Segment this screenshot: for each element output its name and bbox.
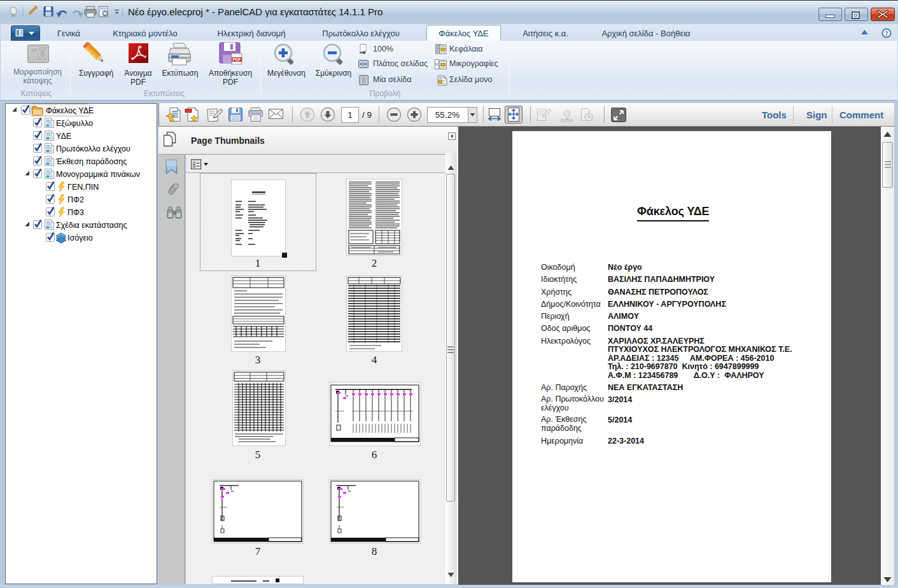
svg-text:ΠΦ3: ΠΦ3 <box>67 208 84 217</box>
svg-text:Έκθεση παράδοσης: Έκθεση παράδοσης <box>55 157 127 166</box>
svg-text:1: 1 <box>347 110 353 120</box>
svg-text:Εξώφυλλο: Εξώφυλλο <box>56 119 93 128</box>
svg-text:ΓΕΝ.ΠΙΝ: ΓΕΝ.ΠΙΝ <box>67 183 99 192</box>
svg-text:Ισόγειο: Ισόγειο <box>67 234 93 242</box>
svg-text:ΠΦ2: ΠΦ2 <box>67 195 84 204</box>
svg-text:PDF: PDF <box>233 57 241 62</box>
svg-text:Σχέδια εκατάστασης: Σχέδια εκατάστασης <box>56 221 127 230</box>
svg-text:Πρωτόκολλο ελέγχου: Πρωτόκολλο ελέγχου <box>56 144 130 153</box>
svg-text:Φάκελος ΥΔΕ: Φάκελος ΥΔΕ <box>46 106 94 115</box>
svg-text:/ 9: / 9 <box>362 110 372 120</box>
svg-text:ΥΔΕ: ΥΔΕ <box>56 132 71 141</box>
svg-text:Μονογραμμικά πινάκων: Μονογραμμικά πινάκων <box>56 170 140 179</box>
svg-text:?: ? <box>885 30 888 37</box>
svg-text:55,2%: 55,2% <box>435 110 460 120</box>
